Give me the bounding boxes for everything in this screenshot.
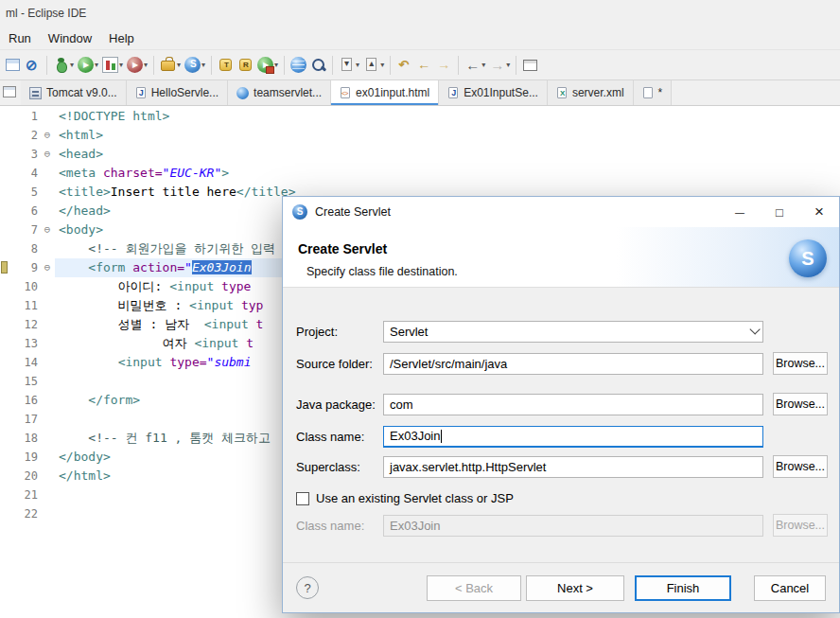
skip-breakpoints-button[interactable] xyxy=(23,53,43,77)
close-button[interactable] xyxy=(799,197,839,227)
menu-help[interactable]: Help xyxy=(100,28,143,48)
java-package-input[interactable]: com xyxy=(383,394,763,415)
servlet-wizard-button[interactable]: ▾ xyxy=(183,53,207,77)
project-label: Project: xyxy=(296,325,383,339)
annotation-ruler[interactable] xyxy=(0,334,11,353)
previous-edit-button[interactable] xyxy=(414,53,434,77)
profile-button[interactable]: ▾ xyxy=(125,53,149,77)
annotation-ruler[interactable] xyxy=(0,239,11,258)
annotation-ruler[interactable] xyxy=(0,448,11,467)
tab-ex01inputse[interactable]: Ex01InputSe... xyxy=(439,80,548,105)
nav-back-button[interactable]: ▾ xyxy=(463,53,487,77)
last-edit-button[interactable] xyxy=(394,53,414,77)
fold-gutter xyxy=(40,448,55,467)
annotation-ruler[interactable] xyxy=(0,353,11,372)
annotation-ruler[interactable] xyxy=(0,258,11,277)
annotation-next-button[interactable]: ▾ xyxy=(337,53,361,77)
annotation-ruler[interactable] xyxy=(0,296,11,315)
fold-gutter xyxy=(40,504,55,523)
annotation-ruler[interactable] xyxy=(0,164,11,183)
cancel-button[interactable]: Cancel xyxy=(754,575,826,601)
minimize-button[interactable] xyxy=(720,197,760,227)
tab-teamservlet[interactable]: teamservlet... xyxy=(228,80,331,105)
tab-tomcatv90[interactable]: Tomcat v9.0... xyxy=(21,80,127,105)
tab-[interactable]: * xyxy=(634,80,673,105)
annotation-ruler[interactable] xyxy=(0,107,11,126)
toolbar-separator xyxy=(211,56,212,75)
superclass-input[interactable]: javax.servlet.http.HttpServlet xyxy=(383,456,763,478)
annotation-ruler[interactable] xyxy=(0,504,11,523)
tab-label: server.xml xyxy=(572,86,624,99)
window-titlebar[interactable]: ml - Eclipse IDE xyxy=(0,0,840,26)
fold-collapse-icon[interactable] xyxy=(40,258,55,277)
finish-button[interactable]: Finish xyxy=(635,575,731,601)
code-line[interactable]: 4<meta charset="EUC-KR"> xyxy=(0,164,840,183)
new-wizard-button[interactable]: ▾ xyxy=(158,53,183,77)
dropdown-arrow-icon: ▾ xyxy=(481,61,485,69)
line-number: 16 xyxy=(11,391,40,410)
minimized-view-icon[interactable] xyxy=(3,86,16,97)
fold-gutter xyxy=(40,334,55,353)
tab-serverxml[interactable]: server.xml xyxy=(548,80,634,105)
tab-helloservle[interactable]: HelloServle... xyxy=(127,80,228,105)
line-number: 1 xyxy=(11,107,40,126)
dropdown-arrow-icon: ▾ xyxy=(95,61,98,69)
annotation-ruler[interactable] xyxy=(0,221,11,239)
code-line[interactable]: 3<head> xyxy=(0,145,840,164)
fold-collapse-icon[interactable] xyxy=(40,126,55,145)
menu-window[interactable]: Window xyxy=(40,28,100,48)
annotation-ruler[interactable] xyxy=(0,277,11,296)
nav-forward-button[interactable]: ▾ xyxy=(487,53,512,77)
package-browse-button[interactable]: Browse... xyxy=(773,393,828,415)
browser-button[interactable] xyxy=(289,53,308,77)
annotation-ruler[interactable] xyxy=(0,486,11,504)
help-button[interactable]: ? xyxy=(296,576,319,599)
coverage-button[interactable]: ▾ xyxy=(100,53,125,77)
class-name-row: Class name: Ex03Join xyxy=(296,425,828,448)
annotation-ruler[interactable] xyxy=(0,410,11,429)
next-button[interactable]: Next > xyxy=(526,575,624,601)
debug-icon xyxy=(53,57,69,73)
fold-gutter xyxy=(40,315,55,334)
annotation-prev-button[interactable]: ▾ xyxy=(361,53,386,77)
previous-edit-icon xyxy=(416,57,432,73)
annotation-ruler[interactable] xyxy=(0,391,11,410)
fold-collapse-icon[interactable] xyxy=(40,221,55,239)
source-folder-browse-button[interactable]: Browse... xyxy=(773,352,828,375)
debug-button[interactable]: ▾ xyxy=(51,53,76,77)
annotation-ruler[interactable] xyxy=(0,183,11,202)
external-tools-button[interactable]: ▾ xyxy=(255,53,280,77)
fold-gutter xyxy=(40,277,55,296)
dialog-titlebar[interactable]: S Create Servlet xyxy=(283,197,839,227)
run-button[interactable]: ▾ xyxy=(76,53,100,77)
tab-ex01inputhtml[interactable]: ex01input.html xyxy=(331,80,439,105)
search-button[interactable] xyxy=(308,53,328,77)
menu-run[interactable]: Run xyxy=(0,28,40,48)
class-name-input[interactable]: Ex03Join xyxy=(383,426,763,448)
annotation-ruler[interactable] xyxy=(0,126,11,145)
new-editor-button[interactable] xyxy=(520,53,540,77)
project-select[interactable]: Servlet xyxy=(383,321,763,343)
toolbar-separator xyxy=(516,56,516,75)
java-package-label: Java package: xyxy=(296,397,383,412)
source-folder-input[interactable]: /Servlet/src/main/java xyxy=(383,353,763,375)
use-existing-checkbox[interactable] xyxy=(296,492,309,505)
annotation-ruler[interactable] xyxy=(0,145,11,164)
table-button[interactable] xyxy=(3,53,23,77)
source-folder-label: Source folder: xyxy=(296,357,383,371)
fold-collapse-icon[interactable] xyxy=(40,145,55,164)
annotation-ruler[interactable] xyxy=(0,429,11,448)
open-resource-button[interactable] xyxy=(236,53,255,77)
annotation-ruler[interactable] xyxy=(0,315,11,334)
superclass-browse-button[interactable]: Browse... xyxy=(773,455,828,478)
maximize-button[interactable] xyxy=(760,197,799,227)
next-edit-button[interactable] xyxy=(434,53,454,77)
annotation-ruler[interactable] xyxy=(0,372,11,391)
annotation-ruler[interactable] xyxy=(0,467,11,486)
annotation-ruler[interactable] xyxy=(0,202,11,221)
code-line[interactable]: 2<html> xyxy=(0,126,840,145)
caption-buttons xyxy=(720,197,839,227)
open-type-button[interactable] xyxy=(216,53,236,77)
menu-bar: Run Window Help xyxy=(0,26,840,49)
code-line[interactable]: 1<!DOCTYPE html> xyxy=(0,107,840,126)
